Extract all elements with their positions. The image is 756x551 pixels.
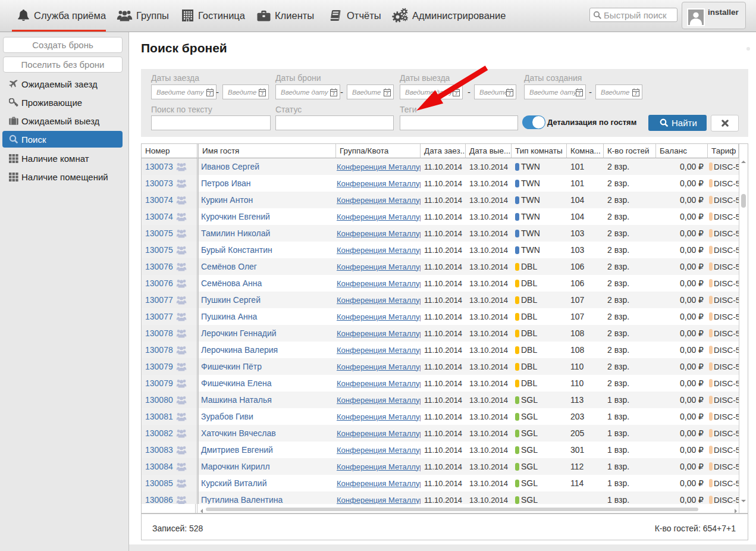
svg-text:7: 7 bbox=[332, 91, 335, 96]
svg-text:7: 7 bbox=[509, 91, 512, 96]
svg-text:7: 7 bbox=[578, 91, 581, 96]
svg-text:7: 7 bbox=[635, 91, 638, 96]
svg-text:7: 7 bbox=[386, 91, 389, 96]
svg-text:7: 7 bbox=[455, 91, 458, 96]
svg-text:7: 7 bbox=[209, 91, 212, 96]
svg-text:7: 7 bbox=[261, 91, 264, 96]
